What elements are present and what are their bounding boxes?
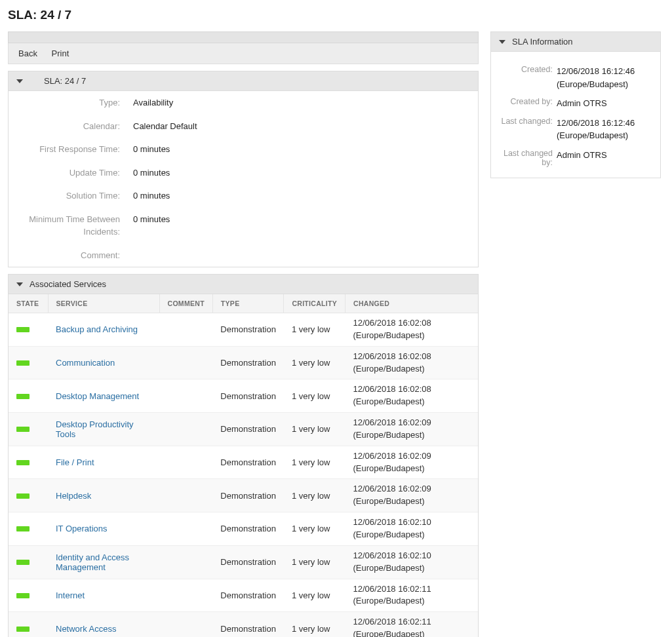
cell-changed: 12/06/2018 16:02:10(Europe/Budapest) <box>346 512 478 546</box>
cell-comment <box>159 413 212 446</box>
sla-info-title: SLA Information <box>512 37 573 47</box>
service-link[interactable]: File / Print <box>56 457 94 467</box>
service-link[interactable]: Desktop Management <box>56 391 139 401</box>
sla-info-panel: SLA Information Created: 12/06/2018 16:1… <box>490 31 661 178</box>
label-calendar: Calendar: <box>9 115 127 138</box>
label-update-time: Update Time: <box>9 161 127 185</box>
back-link[interactable]: Back <box>18 48 37 58</box>
sla-detail-header[interactable]: SLA: 24 / 7 <box>9 71 478 91</box>
cell-changed: 12/06/2018 16:02:09(Europe/Budapest) <box>346 479 478 512</box>
th-type[interactable]: TYPE <box>212 294 284 313</box>
table-row: HelpdeskDemonstration1 very low12/06/201… <box>9 479 478 512</box>
cell-type: Demonstration <box>212 313 284 347</box>
cell-type: Demonstration <box>212 512 284 546</box>
cell-criticality: 1 very low <box>284 313 346 347</box>
value-min-between: 0 minutes <box>127 208 478 244</box>
cell-criticality: 1 very low <box>284 446 346 479</box>
table-row: Desktop Productivity ToolsDemonstration1… <box>9 413 478 446</box>
main-column: Back Print SLA: 24 / 7 Type: Availabilit… <box>8 31 479 637</box>
associated-services-header[interactable]: Associated Services <box>9 275 478 294</box>
cell-comment <box>159 446 212 479</box>
action-bar: Back Print <box>8 43 479 64</box>
label-created-by: Created by: <box>491 97 557 110</box>
table-row: CommunicationDemonstration1 very low12/0… <box>9 346 478 379</box>
cell-type: Demonstration <box>212 545 284 579</box>
th-comment[interactable]: COMMENT <box>159 294 212 313</box>
cell-changed: 12/06/2018 16:02:08(Europe/Budapest) <box>346 346 478 379</box>
state-badge-icon <box>16 427 30 432</box>
state-badge-icon <box>16 394 30 399</box>
cell-changed: 12/06/2018 16:02:11(Europe/Budapest) <box>346 612 478 637</box>
table-row: Identity and Access ManagementDemonstrat… <box>9 545 478 579</box>
service-link[interactable]: Identity and Access Management <box>56 552 129 572</box>
top-divider-bar <box>8 31 479 43</box>
state-badge-icon <box>16 327 30 332</box>
sla-info-header[interactable]: SLA Information <box>491 32 660 52</box>
value-type: Availability <box>127 91 478 115</box>
cell-comment <box>159 612 212 637</box>
chevron-down-icon <box>499 40 505 44</box>
table-row: Network AccessDemonstration1 very low12/… <box>9 612 478 637</box>
cell-changed: 12/06/2018 16:02:08(Europe/Budapest) <box>346 379 478 413</box>
th-changed[interactable]: CHANGED <box>346 294 478 313</box>
value-created: 12/06/2018 16:12:46 (Europe/Budapest) <box>557 65 651 90</box>
state-badge-icon <box>16 360 30 366</box>
cell-criticality: 1 very low <box>284 512 346 546</box>
state-badge-icon <box>16 493 30 499</box>
cell-comment <box>159 479 212 512</box>
sla-detail-panel: SLA: 24 / 7 Type: Availability Calendar:… <box>8 71 479 267</box>
cell-criticality: 1 very low <box>284 379 346 413</box>
service-link[interactable]: Desktop Productivity Tools <box>56 419 134 439</box>
value-comment <box>127 244 478 267</box>
value-first-response: 0 minutes <box>127 138 478 161</box>
th-service[interactable]: SERVICE <box>48 294 159 313</box>
value-last-changed: 12/06/2018 16:12:46 (Europe/Budapest) <box>557 117 651 142</box>
cell-type: Demonstration <box>212 479 284 512</box>
cell-type: Demonstration <box>212 612 284 637</box>
service-link[interactable]: Backup and Archiving <box>56 324 138 334</box>
table-row: File / PrintDemonstration1 very low12/06… <box>9 446 478 479</box>
th-criticality[interactable]: CRITICALITY <box>284 294 346 313</box>
chevron-down-icon <box>16 282 23 286</box>
cell-type: Demonstration <box>212 579 284 612</box>
cell-criticality: 1 very low <box>284 346 346 379</box>
cell-comment <box>159 579 212 612</box>
cell-changed: 12/06/2018 16:02:09(Europe/Budapest) <box>346 446 478 479</box>
value-solution-time: 0 minutes <box>127 184 478 208</box>
label-created: Created: <box>491 65 557 90</box>
label-min-between: Minimum Time Between Incidents: <box>9 208 127 244</box>
service-link[interactable]: Helpdesk <box>56 491 91 501</box>
state-badge-icon <box>16 560 30 565</box>
table-row: Backup and ArchivingDemonstration1 very … <box>9 313 478 347</box>
cell-changed: 12/06/2018 16:02:09(Europe/Budapest) <box>346 413 478 446</box>
cell-criticality: 1 very low <box>284 545 346 579</box>
value-update-time: 0 minutes <box>127 161 478 185</box>
th-state[interactable]: STATE <box>9 294 48 313</box>
state-badge-icon <box>16 460 30 465</box>
cell-criticality: 1 very low <box>284 479 346 512</box>
cell-criticality: 1 very low <box>284 612 346 637</box>
service-link[interactable]: Internet <box>56 590 85 600</box>
cell-criticality: 1 very low <box>284 413 346 446</box>
value-last-changed-by: Admin OTRS <box>557 149 651 167</box>
table-row: Desktop ManagementDemonstration1 very lo… <box>9 379 478 413</box>
cell-changed: 12/06/2018 16:02:08(Europe/Budapest) <box>346 313 478 347</box>
value-calendar: Calendar Default <box>127 115 478 138</box>
label-comment: Comment: <box>9 244 127 267</box>
cell-changed: 12/06/2018 16:02:10(Europe/Budapest) <box>346 545 478 579</box>
cell-comment <box>159 346 212 379</box>
service-link[interactable]: Communication <box>56 358 115 368</box>
state-badge-icon <box>16 627 30 632</box>
side-column: SLA Information Created: 12/06/2018 16:1… <box>490 31 661 178</box>
cell-type: Demonstration <box>212 446 284 479</box>
table-row: IT OperationsDemonstration1 very low12/0… <box>9 512 478 546</box>
print-link[interactable]: Print <box>52 48 69 58</box>
associated-services-panel: Associated Services STATE SERVICE COMMEN… <box>8 274 479 637</box>
cell-criticality: 1 very low <box>284 579 346 612</box>
service-link[interactable]: IT Operations <box>56 524 108 533</box>
label-solution-time: Solution Time: <box>9 184 127 208</box>
chevron-down-icon <box>16 79 23 83</box>
service-link[interactable]: Network Access <box>56 624 116 634</box>
label-first-response: First Response Time: <box>9 138 127 161</box>
label-last-changed-by: Last changed by: <box>491 149 557 167</box>
